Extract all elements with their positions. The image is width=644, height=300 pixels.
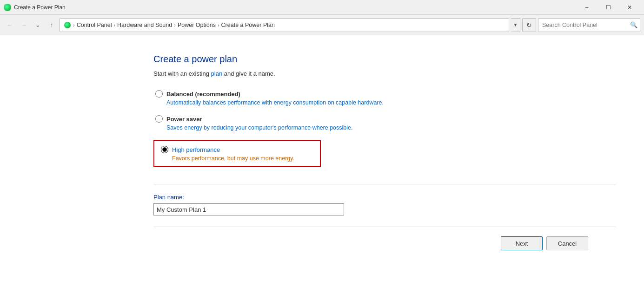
balanced-option-header: Balanced (recommended) [155, 90, 616, 98]
high-performance-option: High performance Favors performance, but… [153, 140, 321, 167]
forward-button[interactable]: → [18, 19, 30, 31]
action-buttons: Next Cancel [153, 236, 616, 250]
search-input[interactable] [538, 22, 628, 28]
path-power-options[interactable]: Power Options [178, 22, 216, 28]
power-saver-option: Power saver Saves energy by reducing you… [153, 115, 616, 131]
subtitle-end: and give it a name. [222, 70, 275, 77]
subtitle: Start with an existing plan and give it … [153, 70, 616, 77]
path-control-panel[interactable]: Control Panel [77, 22, 112, 28]
power-saver-radio[interactable] [155, 115, 163, 123]
divider-2 [153, 227, 616, 227]
high-performance-radio[interactable] [161, 146, 168, 153]
window-controls: – ☐ ✕ [576, 0, 640, 15]
up-button[interactable]: ↑ [46, 19, 58, 31]
power-saver-desc: Saves energy by reducing your computer's… [155, 124, 616, 131]
maximize-button[interactable]: ☐ [598, 0, 619, 15]
app-icon [4, 4, 11, 11]
high-performance-header: High performance [161, 146, 313, 153]
subtitle-link[interactable]: plan [211, 70, 223, 77]
balanced-desc: Automatically balances performance with … [155, 99, 616, 106]
divider-1 [153, 184, 616, 184]
recent-locations-button[interactable]: ⌄ [32, 19, 44, 31]
page-title: Create a power plan [153, 54, 616, 65]
title-bar: Create a Power Plan – ☐ ✕ [0, 0, 644, 15]
high-performance-desc: Favors performance, but may use more ene… [161, 155, 313, 162]
plan-name-section: Plan name: [153, 194, 616, 215]
balanced-option: Balanced (recommended) Automatically bal… [153, 90, 616, 106]
back-button[interactable]: ← [4, 19, 16, 31]
address-dropdown[interactable]: ▼ [511, 18, 520, 32]
main-content: Create a power plan Start with an existi… [0, 35, 644, 300]
address-path: › Control Panel › Hardware and Sound › P… [60, 18, 509, 32]
path-globe-icon [64, 21, 71, 29]
minimize-button[interactable]: – [576, 0, 598, 15]
high-performance-label: High performance [172, 146, 220, 153]
address-bar: ← → ⌄ ↑ › Control Panel › Hardware and S… [0, 15, 644, 35]
power-saver-label: Power saver [166, 116, 202, 123]
subtitle-start: Start with an existing [153, 70, 211, 77]
path-hardware-sound[interactable]: Hardware and Sound [117, 22, 172, 28]
search-icon: 🔍 [628, 19, 640, 31]
balanced-label: Balanced (recommended) [166, 91, 240, 98]
close-button[interactable]: ✕ [619, 0, 640, 15]
window-title: Create a Power Plan [14, 4, 576, 11]
search-box: 🔍 [538, 18, 640, 32]
path-current: Create a Power Plan [221, 22, 275, 28]
power-saver-header: Power saver [155, 115, 616, 123]
next-button[interactable]: Next [501, 236, 543, 250]
plan-name-input[interactable] [153, 203, 344, 215]
plan-name-label: Plan name: [153, 194, 616, 201]
cancel-button[interactable]: Cancel [546, 236, 588, 250]
balanced-radio[interactable] [155, 90, 163, 98]
refresh-button[interactable]: ↻ [522, 18, 536, 32]
